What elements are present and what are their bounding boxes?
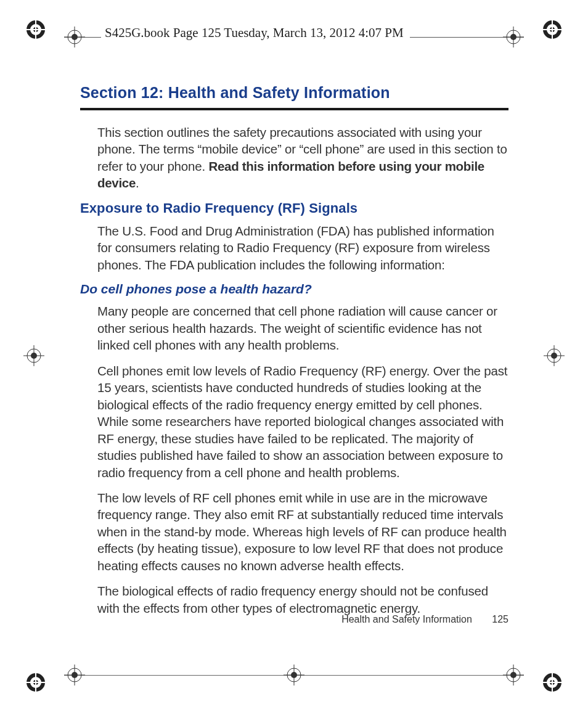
- paragraph-fda: The U.S. Food and Drug Administration (F…: [80, 223, 508, 273]
- crosshair-icon: [544, 345, 565, 366]
- paragraph-4: Cell phones emit low levels of Radio Fre…: [80, 362, 508, 481]
- subheading-hazard: Do cell phones pose a health hazard?: [80, 282, 508, 297]
- intro-paragraph: This section outlines the safety precaut…: [80, 124, 508, 192]
- svg-rect-4: [35, 18, 36, 41]
- regmark-icon: [541, 671, 563, 694]
- page-footer: Health and Safety Information 125: [80, 614, 508, 625]
- crosshair-icon: [503, 27, 524, 47]
- crosshair-icon: [284, 665, 304, 685]
- period: .: [136, 176, 139, 190]
- svg-rect-19: [552, 671, 553, 694]
- print-header: S425G.book Page 125 Tuesday, March 13, 2…: [64, 23, 524, 51]
- regmark-icon: [25, 671, 47, 694]
- section-rule: [80, 108, 508, 110]
- crosshair-icon: [503, 665, 524, 685]
- crosshair-icon: [64, 27, 85, 47]
- footer-label: Health and Safety Information: [341, 614, 472, 624]
- svg-rect-14: [35, 671, 36, 694]
- regmark-icon: [25, 18, 47, 41]
- paragraph-6: The biological effects of radio frequenc…: [80, 583, 508, 616]
- regmark-icon: [541, 18, 563, 41]
- crosshair-icon: [23, 345, 44, 366]
- subheading-rf: Exposure to Radio Frequency (RF) Signals: [80, 200, 508, 216]
- svg-rect-9: [552, 18, 553, 41]
- page-number: 125: [492, 614, 508, 624]
- section-title: Section 12: Health and Safety Informatio…: [80, 84, 508, 102]
- paragraph-3: Many people are concerned that cell phon…: [80, 303, 508, 353]
- print-tagline: S425G.book Page 125 Tuesday, March 13, 2…: [101, 25, 410, 41]
- page-content: Section 12: Health and Safety Informatio…: [80, 84, 508, 625]
- paragraph-5: The low levels of RF cell phones emit wh…: [80, 489, 508, 574]
- crosshair-icon: [64, 665, 85, 685]
